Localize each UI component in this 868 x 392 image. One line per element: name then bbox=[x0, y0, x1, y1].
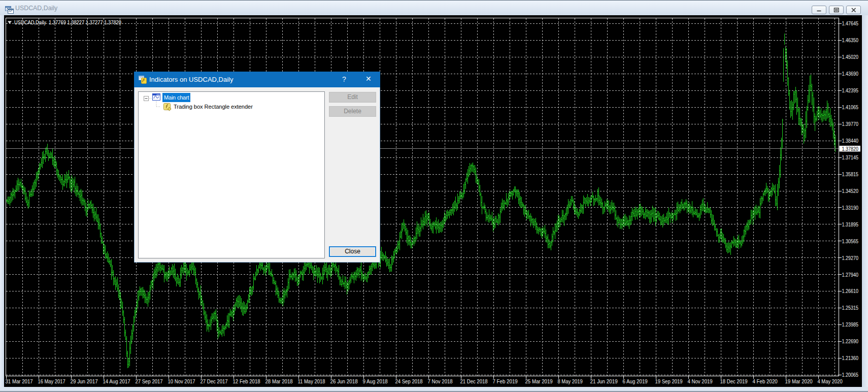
svg-text:1.30565: 1.30565 bbox=[842, 238, 859, 244]
svg-text:1.38440: 1.38440 bbox=[842, 138, 859, 144]
svg-text:7 Feb 2019: 7 Feb 2019 bbox=[493, 378, 518, 384]
svg-text:1.42395: 1.42395 bbox=[842, 87, 859, 93]
svg-text:14 Aug 2017: 14 Aug 2017 bbox=[103, 378, 130, 384]
svg-text:1.26610: 1.26610 bbox=[842, 288, 859, 294]
svg-text:25 Mar 2019: 25 Mar 2019 bbox=[525, 378, 553, 384]
svg-text:1.25315: 1.25315 bbox=[842, 305, 859, 311]
svg-text:28 Mar 2018: 28 Mar 2018 bbox=[265, 378, 293, 384]
svg-text:1.34520: 1.34520 bbox=[842, 188, 859, 194]
svg-text:8 May 2019: 8 May 2019 bbox=[558, 378, 583, 384]
svg-text:1.37145: 1.37145 bbox=[842, 154, 859, 160]
svg-text:27 Dec 2017: 27 Dec 2017 bbox=[201, 378, 228, 384]
svg-text:19 Mar 2020: 19 Mar 2020 bbox=[785, 378, 813, 384]
svg-text:29 Jun 2017: 29 Jun 2017 bbox=[71, 378, 98, 384]
svg-text:1.31895: 1.31895 bbox=[842, 221, 859, 227]
svg-text:4 May 2020: 4 May 2020 bbox=[818, 378, 843, 384]
svg-text:16 May 2017: 16 May 2017 bbox=[38, 378, 65, 384]
svg-text:18 Dec 2019: 18 Dec 2019 bbox=[720, 378, 748, 384]
svg-text:1.45020: 1.45020 bbox=[842, 54, 859, 60]
svg-text:21 Dec 2018: 21 Dec 2018 bbox=[460, 378, 488, 384]
svg-text:1.29270: 1.29270 bbox=[842, 255, 859, 261]
svg-text:1.43690: 1.43690 bbox=[842, 71, 859, 77]
svg-text:1.47645: 1.47645 bbox=[842, 20, 859, 26]
svg-text:1.22690: 1.22690 bbox=[842, 338, 859, 344]
svg-text:1.41065: 1.41065 bbox=[842, 104, 859, 110]
svg-text:1.46350: 1.46350 bbox=[842, 37, 859, 43]
svg-text:10 Nov 2017: 10 Nov 2017 bbox=[168, 378, 195, 384]
svg-text:19 Sep 2019: 19 Sep 2019 bbox=[655, 378, 683, 384]
svg-text:31 Mar 2017: 31 Mar 2017 bbox=[6, 378, 33, 384]
svg-text:4 Nov 2019: 4 Nov 2019 bbox=[688, 378, 713, 384]
svg-text:1.21360: 1.21360 bbox=[842, 355, 859, 361]
svg-text:1.39770: 1.39770 bbox=[842, 121, 859, 127]
svg-text:USDCAD,Daily 1.37769 1.38227: USDCAD,Daily 1.37769 1.38227 1.37277 1.3… bbox=[14, 19, 121, 25]
svg-text:9 Aug 2018: 9 Aug 2018 bbox=[363, 378, 388, 384]
svg-text:1.37820: 1.37820 bbox=[842, 146, 859, 152]
svg-text:26 Jun 2018: 26 Jun 2018 bbox=[330, 378, 358, 384]
svg-text:12 Feb 2018: 12 Feb 2018 bbox=[233, 378, 260, 384]
svg-text:1.35815: 1.35815 bbox=[842, 171, 859, 177]
svg-text:4 Feb 2020: 4 Feb 2020 bbox=[753, 378, 778, 384]
svg-text:27 Sep 2017: 27 Sep 2017 bbox=[136, 378, 163, 384]
svg-text:24 Sep 2018: 24 Sep 2018 bbox=[395, 378, 423, 384]
svg-text:6 Aug 2019: 6 Aug 2019 bbox=[623, 378, 648, 384]
svg-text:1.27940: 1.27940 bbox=[842, 272, 859, 278]
svg-text:1.23985: 1.23985 bbox=[842, 321, 859, 328]
svg-text:11 May 2018: 11 May 2018 bbox=[298, 378, 325, 384]
svg-text:7 Nov 2018: 7 Nov 2018 bbox=[428, 378, 453, 384]
svg-text:1.33190: 1.33190 bbox=[842, 205, 859, 211]
svg-text:21 Jun 2019: 21 Jun 2019 bbox=[590, 378, 618, 384]
svg-text:1.20065: 1.20065 bbox=[842, 372, 859, 378]
